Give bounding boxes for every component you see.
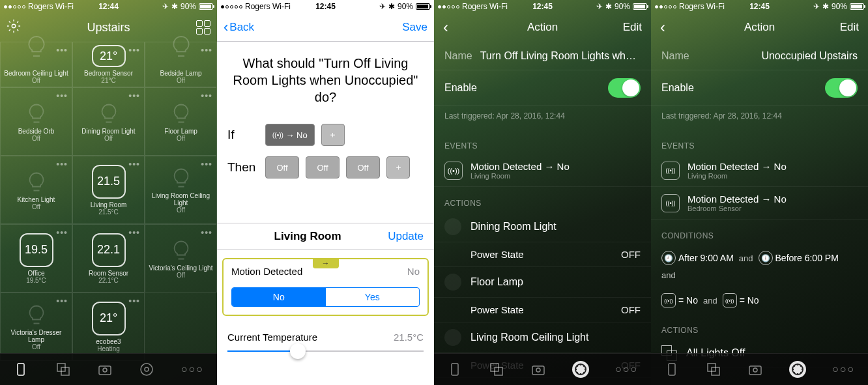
then-chip-1[interactable]: Off (265, 156, 299, 178)
tab-camera[interactable] (530, 362, 546, 377)
event-row[interactable]: ((•))Motion Detected → NoLiving Room (651, 154, 868, 187)
then-chip-3[interactable]: Off (346, 156, 380, 178)
if-condition-chip[interactable]: ((•)) → No (265, 124, 315, 146)
add-then-button[interactable]: ＋ (386, 156, 410, 178)
tile-more-icon[interactable]: ••• (128, 296, 140, 306)
tile-victoria-s-ceiling-light[interactable]: •••Victoria's Ceiling LightOff (145, 224, 217, 292)
nav-bar: ‹ Action Edit (434, 13, 651, 42)
tab-more[interactable]: ○○○ (615, 364, 638, 375)
tab-scenes[interactable] (489, 362, 504, 377)
tile-sub: Heating (97, 345, 119, 352)
tile-sub: Off (177, 77, 185, 84)
motion-label: Motion Detected (231, 266, 302, 277)
enable-row[interactable]: Enable (434, 70, 651, 106)
tile-more-icon[interactable]: ••• (56, 159, 68, 169)
event-title: Motion Detected → No (687, 161, 787, 172)
tab-more[interactable]: ○○○ (181, 364, 204, 375)
tab-devices[interactable] (447, 362, 463, 377)
tile-office[interactable]: •••19.5Office19.5°C (0, 224, 72, 292)
page-title: Upstairs (87, 21, 130, 35)
event-row[interactable]: ((•))Motion Detected → NoBedroom Sensor (651, 187, 868, 220)
svg-rect-1 (18, 364, 24, 375)
then-chip-2[interactable]: Off (306, 156, 340, 178)
tab-devices[interactable] (664, 362, 680, 377)
tile-more-icon[interactable]: ••• (201, 91, 212, 101)
tab-automation[interactable] (139, 362, 154, 377)
action-device-row[interactable]: Dining Room Light (434, 212, 651, 242)
enable-row[interactable]: Enable (651, 70, 868, 106)
tab-automation[interactable] (572, 361, 589, 378)
back-button[interactable]: ‹Back (224, 19, 254, 36)
tab-scenes[interactable] (55, 362, 71, 377)
tile-bedside-orb[interactable]: •••Bedside OrbOff (0, 87, 72, 156)
tile-more-icon[interactable]: ••• (201, 159, 212, 169)
tab-automation[interactable] (789, 361, 806, 378)
action-prop-row[interactable]: Power StateOFF (434, 242, 651, 267)
if-value: No (297, 130, 308, 140)
action-prop-row[interactable]: Power StateOFF (434, 298, 651, 322)
tab-camera[interactable] (747, 362, 763, 377)
tab-scenes[interactable] (706, 362, 721, 377)
battery-pct: 90% (615, 2, 630, 11)
name-row[interactable]: Name Unoccupied Upstairs (651, 42, 868, 70)
tile-ecobee3[interactable]: •••21°ecobee3Heating (72, 292, 145, 361)
name-value: Turn Off Living Room Lights when Unoccup… (480, 50, 641, 62)
enable-toggle[interactable] (608, 78, 641, 98)
tile-bedroom-sensor[interactable]: •••21°Bedroom Sensor21°C (72, 42, 145, 87)
status-time: 12:45 (749, 2, 770, 11)
nav-bar: ‹Back Save (217, 13, 434, 42)
back-label: Back (229, 21, 254, 34)
tile-more-icon[interactable]: ••• (56, 227, 68, 238)
tile-more-icon[interactable]: ••• (128, 45, 140, 55)
grid-icon[interactable] (196, 20, 210, 35)
edit-button[interactable]: Edit (623, 21, 642, 34)
conditions-row-2[interactable]: ((•))= No and ((•))= No (651, 287, 868, 314)
segmented-control[interactable]: No Yes (231, 287, 420, 307)
temperature-row[interactable]: Current Temperature 21.5°C (217, 324, 434, 350)
tile-room-sensor[interactable]: •••22.1Room Sensor22.1°C (72, 224, 145, 292)
tile-bedside-lamp[interactable]: •••Bedside LampOff (145, 42, 217, 87)
action-device-row[interactable]: Floor Lamp (434, 267, 651, 298)
tile-living-room-ceiling-light[interactable]: •••Living Room Ceiling LightOff (145, 156, 217, 224)
segment-yes[interactable]: Yes (326, 288, 420, 306)
tile-bedroom-ceiling-light[interactable]: •••Bedroom Ceiling LightOff (0, 42, 72, 87)
tile-kitchen-light[interactable]: •••Kitchen LightOff (0, 156, 72, 224)
temp-slider[interactable] (227, 350, 424, 352)
edit-button[interactable]: Edit (840, 21, 859, 34)
svg-rect-14 (669, 364, 675, 375)
svg-rect-11 (532, 366, 544, 375)
tile-more-icon[interactable]: ••• (201, 227, 212, 238)
motion-row[interactable]: → Motion Detected No (224, 259, 427, 283)
add-if-button[interactable]: ＋ (321, 124, 345, 146)
battery-pct: 90% (398, 2, 413, 11)
enable-toggle[interactable] (825, 78, 858, 98)
name-row[interactable]: Name Turn Off Living Room Lights when Un… (434, 42, 651, 70)
tile-more-icon[interactable]: ••• (56, 91, 68, 101)
action-device-row[interactable]: Living Room Ceiling Light (434, 322, 651, 353)
tile-floor-lamp[interactable]: •••Floor LampOff (145, 87, 217, 156)
tab-camera[interactable] (97, 362, 113, 377)
event-row[interactable]: ((•)) Motion Detected → No Living Room (434, 154, 651, 187)
conditions-row-1[interactable]: 🕘After 9:00 AM and 🕕Before 6:00 PM and (651, 244, 868, 287)
tile-sub: 21.5°C (98, 208, 119, 216)
svg-point-7 (145, 367, 149, 371)
tile-victoria-s-dresser-lamp[interactable]: •••Victoria's Dresser LampOff (0, 292, 72, 361)
back-button[interactable]: ‹ (660, 18, 665, 36)
gear-icon[interactable] (7, 19, 21, 36)
back-button[interactable]: ‹ (443, 18, 448, 36)
tile-more-icon[interactable]: ••• (56, 296, 68, 306)
update-button[interactable]: Update (388, 230, 424, 243)
tile-more-icon[interactable]: ••• (201, 45, 212, 55)
save-button[interactable]: Save (402, 21, 427, 34)
tile-living-room[interactable]: •••21.5Living Room21.5°C (72, 156, 145, 224)
tile-more-icon[interactable]: ••• (56, 45, 68, 55)
segment-no[interactable]: No (232, 288, 326, 306)
tile-more-icon[interactable]: ••• (128, 91, 140, 101)
last-triggered: Last triggered: Apr 28, 2016, 12:44 (434, 106, 651, 130)
tab-devices[interactable] (13, 362, 29, 377)
tile-dining-room-light[interactable]: •••Dining Room LightOff (72, 87, 145, 156)
tab-more[interactable]: ○○○ (832, 364, 855, 375)
tile-more-icon[interactable]: ••• (128, 159, 140, 169)
tile-more-icon[interactable]: ••• (128, 227, 140, 238)
battery-pct: 90% (832, 2, 847, 11)
